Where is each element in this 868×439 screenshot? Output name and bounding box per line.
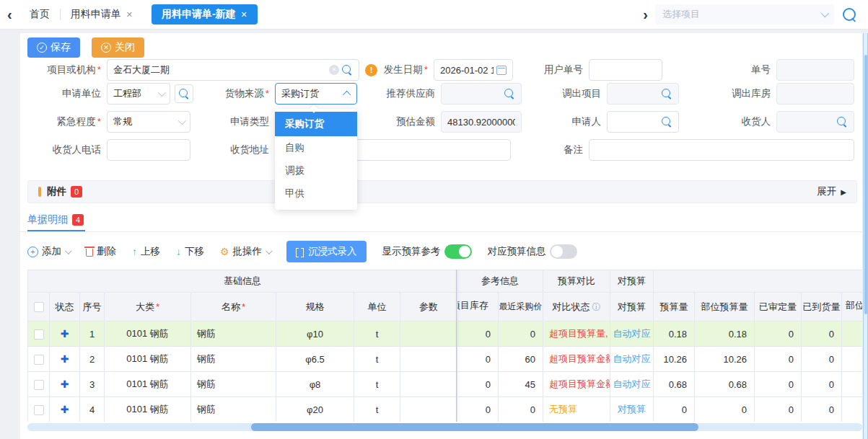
search-icon[interactable] [662,117,672,128]
col-arrived-qty: 已到货量 [802,293,842,322]
menu-item-self-purchase[interactable]: 自购 [275,136,357,159]
search-icon[interactable] [837,117,848,128]
tab-label: 用料申请单-新建 [162,8,236,21]
scrollbar-thumb[interactable] [251,423,698,431]
field-user-no: 用户单号 [517,59,662,81]
search-icon[interactable] [843,8,856,22]
tab-label: 用料申请单 [71,8,121,21]
move-down-button[interactable]: ↓ 下移 [176,245,204,258]
goods-source-select[interactable]: 采购订货 [275,83,357,105]
field-date: 发生日期* 2026-01-02 1 [367,59,513,81]
close-button[interactable]: ✕ 关闭 [92,37,144,58]
add-button[interactable]: + 添加 [27,245,70,258]
field-recommended-supplier: 推荐供应商 [356,83,522,105]
out-project-input [607,83,679,105]
table-row[interactable]: ✚ 2 0101 钢筋 钢筋 φ6.5 t 0 60 超项目预算金额 自动对应 … [28,347,863,372]
scrollbar-thumb[interactable] [864,55,867,314]
table-row[interactable]: ✚ 4 0101 钢筋 钢筋 φ20 t 0 0 无预算 对预算 0 0 0 [28,397,863,422]
table-row[interactable]: ✚ 3 0101 钢筋 钢筋 φ8 t 0 45 超项目预算金额 自动对应 0.… [28,372,863,397]
app-window: ‹ 首页 用料申请单 ✕ 用料申请单-新建 ✕ › 选择项目 ✓ 保存 ✕ [0,0,868,439]
back-chevron-icon[interactable]: ‹ [0,6,19,23]
remark-input[interactable] [589,139,854,161]
user-no-label: 用户单号 [517,63,589,76]
budget-info-toggle[interactable] [550,244,577,259]
field-receiver: 收货人 [691,111,854,133]
immersive-entry-button[interactable]: 沉浸式录入 [286,241,367,262]
move-up-button[interactable]: ↑ 上移 [132,245,160,258]
tab-material-request-new[interactable]: 用料申请单-新建 ✕ [152,4,258,25]
user-no-input[interactable] [589,59,662,81]
col-part-budget-qty: 部位预算量 [695,293,755,322]
chevron-down-icon [65,247,72,254]
search-icon[interactable] [662,89,672,99]
budget-link[interactable]: 自动对应 [610,372,654,397]
search-icon[interactable] [504,89,515,99]
detail-table: 基础信息 参考信息 预算对比 对预算 状态 序号 大类* 名称* 规格 单位 [27,270,862,422]
expand-button[interactable]: 展开 ▶ [817,185,846,198]
out-project-label: 调出项目 [532,87,607,100]
close-icon[interactable]: ✕ [241,10,247,19]
calendar-icon[interactable] [496,66,507,75]
field-doc-no: 单号 [691,59,854,81]
add-row-icon[interactable]: ✚ [61,378,69,390]
row-checkbox[interactable] [34,355,44,365]
col-param: 参数 [400,293,457,322]
attachment-bar[interactable]: 附件 0 展开 ▶ [27,180,857,203]
urgency-select[interactable]: 常规 [107,111,190,133]
select-all-checkbox[interactable] [34,302,44,312]
fullscreen-brackets-icon [296,248,304,256]
chevron-up-icon [343,91,351,99]
group-empty [654,270,863,293]
forward-chevron-icon[interactable]: › [636,6,655,23]
menu-item-owner-supplied[interactable]: 甲供 [275,182,357,205]
row-checkbox[interactable] [34,405,44,415]
budget-info-control: 对应预算信息 [488,244,577,259]
action-bar: ✓ 保存 ✕ 关闭 [27,37,144,58]
field-estimated-amount: 预估金额 48130.9200000000 [356,111,522,133]
add-row-icon[interactable]: ✚ [61,404,69,415]
project-input[interactable]: 金石大厦二期 ✕ [107,59,359,81]
close-icon[interactable]: ✕ [126,10,133,19]
trash-icon [86,249,93,257]
vertical-scrollbar[interactable] [863,33,868,439]
col-part-clipped: 部位已 [842,293,863,322]
apply-dept-select[interactable]: 工程部 [107,83,170,105]
horizontal-scrollbar[interactable] [27,423,862,431]
col-to-budget: 对预算 [610,293,654,322]
table-toolbar: + 添加 删除 ↑ 上移 ↓ 下移 ⚙ 批操作 [27,239,857,264]
applicant-input[interactable] [607,111,679,133]
project-select-placeholder: 选择项目 [662,8,821,21]
tab-home[interactable]: 首页 [19,4,60,25]
show-budget-ref-toggle[interactable] [444,244,472,259]
budget-link[interactable]: 对预算 [610,397,654,422]
add-row-icon[interactable]: ✚ [61,328,69,340]
save-button[interactable]: ✓ 保存 [27,37,80,58]
triangle-right-icon: ▶ [841,188,846,196]
budget-link[interactable]: 自动对应 [610,347,654,372]
tab-material-request[interactable]: 用料申请单 ✕ [61,4,143,25]
add-row-icon[interactable]: ✚ [61,353,69,365]
project-select[interactable]: 选择项目 [655,4,834,25]
estimated-amount-input: 48130.9200000000 [441,111,522,133]
receiver-phone-input[interactable] [107,139,190,161]
search-button[interactable] [175,84,193,103]
clear-icon[interactable]: ✕ [329,65,339,75]
date-input[interactable]: 2026-01-02 1 [434,59,513,81]
field-apply-dept: 申请单位 工程部 [20,83,193,105]
receiver-input [776,111,854,133]
row-checkbox[interactable] [34,329,44,340]
batch-operations-button[interactable]: ⚙ 批操作 [220,245,271,258]
field-goods-source: 货物来源* 采购订货 [208,83,357,105]
menu-item-transfer[interactable]: 调拨 [275,159,357,182]
delete-button[interactable]: 删除 [86,245,116,258]
table-row[interactable]: ✚ 1 0101 钢筋 钢筋 φ10 t 0 0 超项目预算量, 自动对应 0.… [28,322,863,347]
search-icon[interactable] [342,65,353,76]
budget-link[interactable]: 自动对应 [610,322,654,347]
col-seq: 序号 [80,293,105,322]
row-checkbox[interactable] [34,380,44,390]
tab-detail[interactable]: 单据明细 4 [27,210,84,229]
urgency-label: 紧急程度* [20,115,107,128]
menu-item-purchase-order[interactable]: 采购订货 [275,112,357,136]
search-icon [179,89,190,99]
info-icon[interactable]: ⓘ [592,302,601,312]
